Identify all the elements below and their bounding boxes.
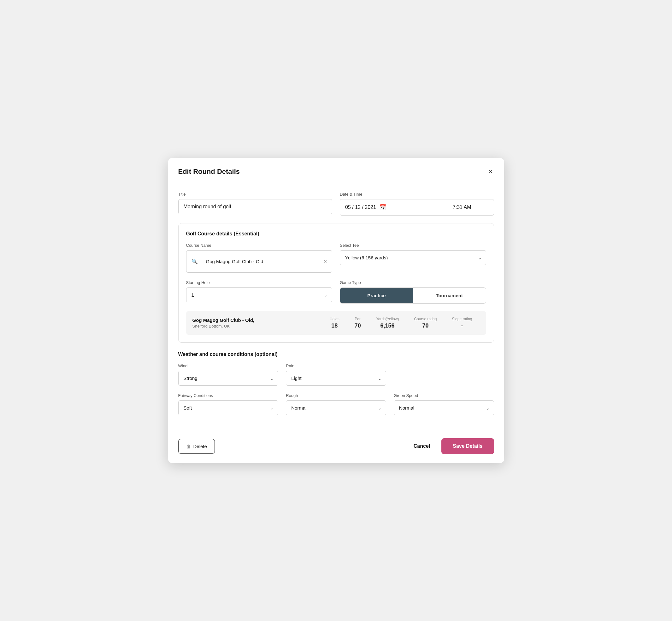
rain-wrapper: None Light Moderate Heavy ⌄ xyxy=(286,371,386,385)
title-group: Title xyxy=(178,192,333,215)
starting-hole-dropdown[interactable]: 1 xyxy=(186,287,333,302)
course-name-main: Gog Magog Golf Club - Old, xyxy=(193,318,322,323)
select-tee-group: Select Tee Yellow (6,156 yards) ⌄ xyxy=(340,243,486,273)
golf-course-title: Golf Course details (Essential) xyxy=(186,231,486,237)
wind-wrapper: Calm Light Moderate Strong Very Strong ⌄ xyxy=(178,371,279,385)
course-name-group: Course Name 🔍 × xyxy=(186,243,333,273)
holes-value: 18 xyxy=(331,323,338,329)
course-rating-value: 70 xyxy=(422,323,428,329)
rain-dropdown[interactable]: None Light Moderate Heavy xyxy=(286,371,386,385)
par-value: 70 xyxy=(354,323,361,329)
title-label: Title xyxy=(178,192,333,197)
starting-hole-group: Starting Hole 1 ⌄ xyxy=(186,280,333,303)
rough-label: Rough xyxy=(286,393,386,398)
time-field[interactable]: 7:31 AM xyxy=(430,199,494,215)
date-field[interactable]: 05 / 12 / 2021 📅 xyxy=(340,199,430,215)
fairway-label: Fairway Conditions xyxy=(178,393,279,398)
slope-rating-stat: Slope rating - xyxy=(444,317,479,329)
delete-button[interactable]: 🗑 Delete xyxy=(178,439,215,454)
hole-gametype-row: Starting Hole 1 ⌄ Game Type Practice Tou… xyxy=(186,280,486,303)
fairway-dropdown[interactable]: Soft Normal Firm Very Firm xyxy=(178,401,279,415)
yards-label: Yards(Yellow) xyxy=(376,317,399,321)
course-rating-stat: Course rating 70 xyxy=(406,317,444,329)
course-info-bar: Gog Magog Golf Club - Old, Shelford Bott… xyxy=(186,311,486,335)
modal-footer: 🗑 Delete Cancel Save Details xyxy=(168,432,504,463)
wind-rain-row: Wind Calm Light Moderate Strong Very Str… xyxy=(178,364,494,385)
date-time-fields: 05 / 12 / 2021 📅 7:31 AM xyxy=(340,199,494,215)
edit-round-modal: Edit Round Details × Title Date & Time 0… xyxy=(168,158,504,463)
course-tee-row: Course Name 🔍 × Select Tee Yellow (6,156… xyxy=(186,243,486,273)
holes-label: Holes xyxy=(330,317,339,321)
holes-stat: Holes 18 xyxy=(322,317,347,329)
golf-course-section: Golf Course details (Essential) Course N… xyxy=(178,223,494,343)
green-speed-wrapper: Slow Normal Fast Very Fast ⌄ xyxy=(394,401,494,415)
weather-section: Weather and course conditions (optional)… xyxy=(178,351,494,415)
course-location: Shelford Bottom, UK xyxy=(193,324,322,329)
select-tee-dropdown[interactable]: Yellow (6,156 yards) xyxy=(340,250,486,265)
starting-hole-wrapper: 1 ⌄ xyxy=(186,287,333,302)
course-name-label: Course Name xyxy=(186,243,333,248)
slope-rating-value: - xyxy=(461,323,463,329)
trash-icon: 🗑 xyxy=(186,444,191,449)
wind-label: Wind xyxy=(178,364,279,368)
close-button[interactable]: × xyxy=(488,167,494,176)
course-clear-button[interactable]: × xyxy=(324,259,327,264)
rain-label: Rain xyxy=(286,364,386,368)
course-name-block: Gog Magog Golf Club - Old, Shelford Bott… xyxy=(193,318,322,329)
modal-title: Edit Round Details xyxy=(178,168,240,176)
par-label: Par xyxy=(354,317,361,321)
weather-section-title: Weather and course conditions (optional) xyxy=(178,351,494,357)
title-input[interactable] xyxy=(178,199,333,214)
rough-dropdown[interactable]: Short Normal Long Very Long xyxy=(286,401,386,415)
modal-body: Title Date & Time 05 / 12 / 2021 📅 7:31 … xyxy=(168,183,504,432)
fairway-group: Fairway Conditions Soft Normal Firm Very… xyxy=(178,393,279,415)
green-speed-group: Green Speed Slow Normal Fast Very Fast ⌄ xyxy=(394,393,494,415)
game-type-group: Game Type Practice Tournament xyxy=(340,280,486,303)
time-value: 7:31 AM xyxy=(453,204,471,210)
game-type-label: Game Type xyxy=(340,280,486,285)
datetime-group: Date & Time 05 / 12 / 2021 📅 7:31 AM xyxy=(340,192,494,215)
course-name-input[interactable] xyxy=(201,254,324,268)
save-button[interactable]: Save Details xyxy=(442,438,494,454)
par-stat: Par 70 xyxy=(347,317,369,329)
search-icon: 🔍 xyxy=(192,258,198,264)
yards-stat: Yards(Yellow) 6,156 xyxy=(369,317,407,329)
rough-wrapper: Short Normal Long Very Long ⌄ xyxy=(286,401,386,415)
title-datetime-row: Title Date & Time 05 / 12 / 2021 📅 7:31 … xyxy=(178,192,494,215)
slope-rating-label: Slope rating xyxy=(452,317,472,321)
datetime-label: Date & Time xyxy=(340,192,494,197)
delete-label: Delete xyxy=(194,444,207,449)
tournament-button[interactable]: Tournament xyxy=(413,288,486,303)
wind-dropdown[interactable]: Calm Light Moderate Strong Very Strong xyxy=(178,371,279,385)
rough-group: Rough Short Normal Long Very Long ⌄ xyxy=(286,393,386,415)
green-speed-dropdown[interactable]: Slow Normal Fast Very Fast xyxy=(394,401,494,415)
practice-button[interactable]: Practice xyxy=(340,288,413,303)
course-rating-label: Course rating xyxy=(414,317,437,321)
game-type-toggle: Practice Tournament xyxy=(340,287,486,303)
footer-right: Cancel Save Details xyxy=(407,438,494,454)
rain-group: Rain None Light Moderate Heavy ⌄ xyxy=(286,364,386,385)
cancel-button[interactable]: Cancel xyxy=(407,439,436,453)
green-speed-label: Green Speed xyxy=(394,393,494,398)
wind-group: Wind Calm Light Moderate Strong Very Str… xyxy=(178,364,279,385)
course-name-input-wrapper: 🔍 × xyxy=(186,250,333,273)
conditions-row: Fairway Conditions Soft Normal Firm Very… xyxy=(178,393,494,415)
fairway-wrapper: Soft Normal Firm Very Firm ⌄ xyxy=(178,401,279,415)
starting-hole-label: Starting Hole xyxy=(186,280,333,285)
select-tee-label: Select Tee xyxy=(340,243,486,248)
modal-header: Edit Round Details × xyxy=(168,158,504,183)
date-value: 05 / 12 / 2021 xyxy=(345,204,376,210)
calendar-icon: 📅 xyxy=(379,204,386,211)
select-tee-wrapper: Yellow (6,156 yards) ⌄ xyxy=(340,250,486,265)
yards-value: 6,156 xyxy=(380,323,395,329)
